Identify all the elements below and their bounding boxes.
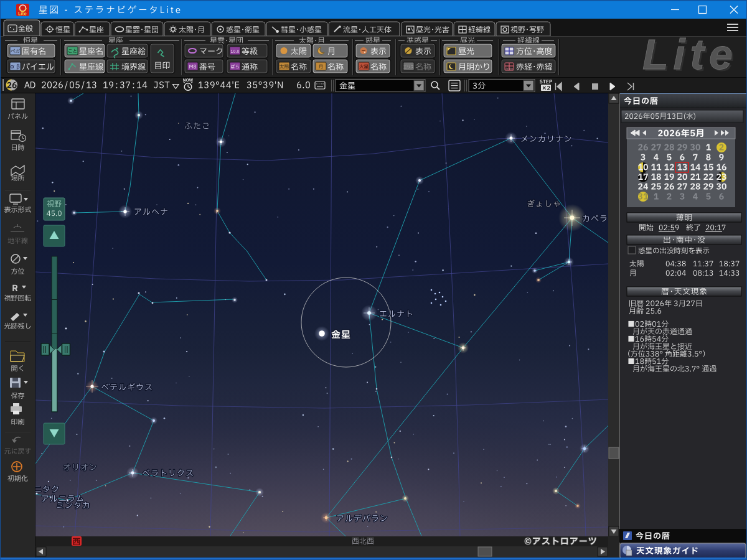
svg-text:Lite: Lite: [642, 30, 738, 78]
